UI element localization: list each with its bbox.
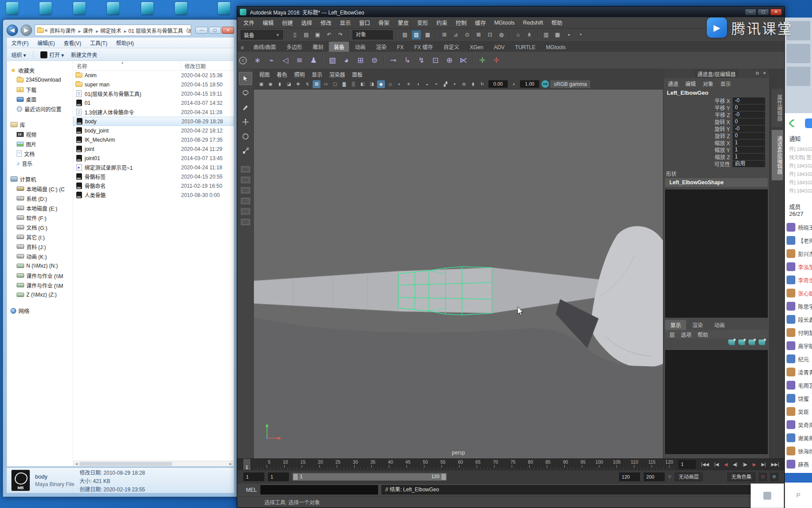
textured-icon[interactable]: ◐ bbox=[395, 80, 403, 88]
redo-icon[interactable]: ↷ bbox=[336, 30, 345, 39]
attribute-value[interactable]: 0 bbox=[733, 118, 765, 125]
wireframe-icon[interactable]: ◇ bbox=[386, 80, 394, 88]
horizontal-scrollbar[interactable]: ◀ ▶ bbox=[73, 461, 234, 466]
select-hierarchy-icon[interactable]: ▧ bbox=[400, 30, 410, 39]
new-layer-from-selected-icon[interactable] bbox=[759, 340, 765, 345]
menu-item[interactable]: 编辑 bbox=[263, 18, 274, 27]
new-scene-icon[interactable]: ▯ bbox=[290, 30, 299, 39]
sidebar-item[interactable]: 桌面 bbox=[17, 94, 73, 104]
maximize-button[interactable]: ▢ bbox=[758, 9, 769, 15]
shelf-tab[interactable]: TURTLE bbox=[510, 43, 540, 52]
shelf-tab[interactable]: 曲线/曲面 bbox=[249, 42, 281, 52]
menu-item[interactable]: 控制 bbox=[456, 18, 467, 27]
menu-item[interactable]: 窗口 bbox=[359, 18, 370, 27]
sidebar-item-drive[interactable]: 动画 (K:) bbox=[17, 251, 73, 261]
breadcrumb-segment[interactable]: 课件 bbox=[82, 27, 100, 34]
snap-curve-icon[interactable]: ⊿ bbox=[451, 30, 460, 39]
film-gate-icon[interactable]: ▭ bbox=[322, 80, 330, 88]
shelf-tab[interactable]: 雕刻 bbox=[308, 42, 328, 52]
menu-item[interactable]: 变形 bbox=[417, 18, 428, 27]
sidebar-section-network[interactable]: 网络 bbox=[11, 306, 73, 315]
attribute-value[interactable]: 1 bbox=[733, 154, 765, 160]
sidebar-section-libraries[interactable]: 库 bbox=[11, 120, 73, 129]
member-row[interactable]: 付明慧 bbox=[789, 326, 812, 339]
snap-plane-icon[interactable]: ⊠ bbox=[474, 30, 483, 39]
edit-skin-icon[interactable]: ▧ bbox=[326, 54, 338, 67]
layout-four[interactable] bbox=[240, 175, 251, 184]
shelf-tab[interactable]: 多边形 bbox=[281, 42, 307, 52]
member-row[interactable]: 凌青青 bbox=[789, 365, 812, 379]
file-row[interactable]: 绑定测试录屏示范~1 2020-04-24 11:18 bbox=[73, 163, 234, 172]
add-influence-icon[interactable]: ✛ bbox=[476, 54, 488, 67]
file-row[interactable]: IK_MechArm 2010-08-29 17:35 bbox=[73, 135, 234, 144]
select-component-icon[interactable]: ▩ bbox=[423, 30, 432, 39]
menu-item[interactable]: 编辑(E) bbox=[37, 39, 55, 47]
desktop-icon[interactable] bbox=[218, 2, 230, 14]
safe-action-icon[interactable]: ◧ bbox=[359, 80, 367, 88]
member-row[interactable]: 李奇龙 bbox=[789, 273, 812, 286]
move-layer-down-icon[interactable] bbox=[738, 340, 745, 345]
shelf-tab[interactable]: XGen bbox=[465, 43, 488, 52]
step-back-frame-button[interactable]: |◀ bbox=[714, 462, 719, 467]
parent-constraint-icon[interactable]: ⊸ bbox=[387, 54, 399, 67]
snap-surface-icon[interactable]: ⊡ bbox=[485, 30, 495, 39]
playback-end-field[interactable]: 120 bbox=[619, 472, 640, 481]
range-slider[interactable]: 1 120 bbox=[292, 473, 447, 481]
attribute-value[interactable]: 1 bbox=[733, 147, 765, 153]
sidebar-item[interactable]: 视频 bbox=[17, 129, 73, 139]
sidebar-item-drive[interactable]: 课件与作业 (\\M bbox=[17, 271, 73, 280]
construction-history-icon[interactable]: ▥ bbox=[541, 30, 551, 39]
sidebar-item[interactable]: 2345Download bbox=[17, 75, 73, 85]
grid-toggle-icon[interactable]: ⊞ bbox=[313, 80, 321, 88]
desktop-icon[interactable] bbox=[175, 2, 187, 14]
panel-menu-item[interactable]: 渲染器 bbox=[329, 71, 345, 78]
desktop-icon[interactable] bbox=[107, 2, 119, 14]
menu-item[interactable]: 文件(F) bbox=[11, 39, 28, 47]
ipr-icon[interactable]: ▪ bbox=[564, 30, 573, 39]
orient-constraint-icon[interactable]: ↯ bbox=[415, 54, 427, 67]
layout-hypershade[interactable] bbox=[240, 218, 251, 226]
multisample-icon[interactable]: ▞ bbox=[442, 80, 449, 88]
file-row[interactable]: Anim 2020-04-02 15:36 bbox=[73, 71, 234, 80]
notice-item[interactable]: 件] 1841020 bbox=[789, 187, 812, 195]
play-backwards-button[interactable]: ◀| bbox=[733, 462, 737, 467]
file-row[interactable]: 骨骼标签 2020-04-15 20:55 bbox=[73, 172, 234, 181]
chevron-down-icon[interactable]: ▽ bbox=[668, 475, 671, 479]
sidebar-item[interactable]: ♪ 音乐 bbox=[17, 158, 73, 168]
attribute-value[interactable]: -0 bbox=[733, 97, 765, 104]
layer-editor-menu-item[interactable]: 选项 bbox=[681, 331, 691, 338]
motion-blur-icon[interactable]: ◓ bbox=[432, 80, 440, 88]
panel-bottom-popup[interactable]: P bbox=[785, 483, 812, 508]
member-row[interactable]: 段长鑫 bbox=[789, 313, 812, 326]
layout-outliner[interactable] bbox=[240, 197, 251, 205]
shelf-tab[interactable]: 装备 bbox=[329, 42, 349, 52]
member-row[interactable]: 薛燕 bbox=[789, 458, 812, 471]
member-row[interactable]: 纪元 bbox=[789, 352, 812, 365]
file-row[interactable]: joint 2020-04-24 11:29 bbox=[73, 144, 234, 154]
paint-select-tool[interactable] bbox=[239, 101, 252, 114]
member-row[interactable]: 李泓莹 bbox=[789, 260, 812, 273]
pole-vector-icon[interactable]: ⋉ bbox=[457, 54, 470, 67]
column-header-date[interactable]: 修改日期 bbox=[181, 61, 234, 70]
open-button[interactable]: 打开 ▾ bbox=[40, 51, 64, 58]
breadcrumb-segment[interactable]: 绑定技术 bbox=[100, 27, 128, 34]
layout-single[interactable] bbox=[240, 165, 251, 174]
member-row[interactable]: 张心婕 bbox=[789, 286, 812, 300]
human-ik-icon[interactable]: ♟ bbox=[307, 54, 320, 67]
aim-constraint-icon[interactable]: ⊕ bbox=[443, 54, 456, 67]
viewport-3d[interactable]: persp bbox=[254, 89, 663, 458]
attribute-value[interactable]: 0 bbox=[733, 104, 765, 111]
range-start-handle[interactable] bbox=[293, 474, 298, 480]
sidebar-item-drive[interactable]: 本地磁盘 (E:) bbox=[17, 203, 73, 213]
menu-item[interactable]: 文件 bbox=[243, 18, 254, 27]
sidebar-item-drive[interactable]: 系统 (D:) bbox=[17, 193, 73, 203]
organize-button[interactable]: 组织 ▾ bbox=[11, 51, 26, 58]
gear-icon[interactable] bbox=[239, 57, 247, 64]
scrollbar-thumb[interactable] bbox=[79, 462, 172, 466]
rotate-tool[interactable] bbox=[239, 130, 252, 143]
anim-layer-selector[interactable]: 无动画层 bbox=[675, 472, 703, 481]
ik-spline-icon[interactable]: ◁ bbox=[279, 54, 292, 67]
camera-attrs-icon[interactable]: ◉ bbox=[267, 80, 274, 88]
back-button[interactable]: ◀ bbox=[7, 25, 18, 36]
scroll-left-icon[interactable]: ◀ bbox=[73, 462, 79, 466]
